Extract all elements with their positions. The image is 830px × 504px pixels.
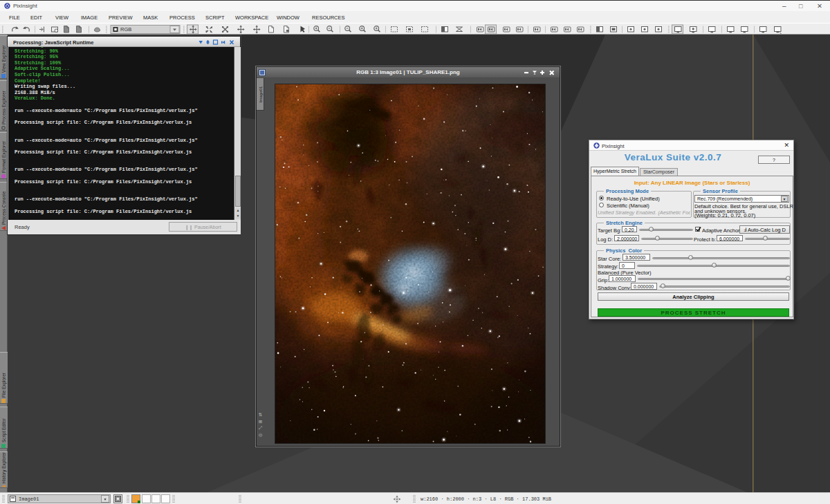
svg-text:RGB: RGB (120, 26, 131, 32)
